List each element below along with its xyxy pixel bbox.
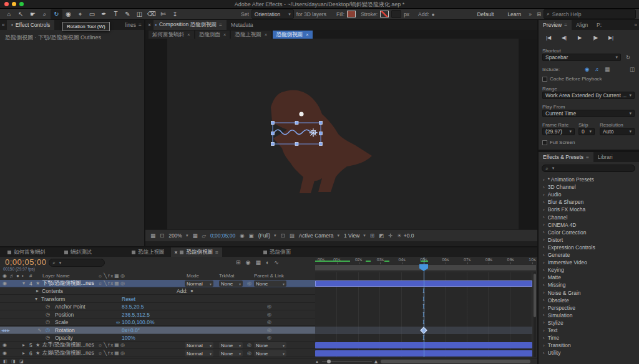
trkmat-dropdown[interactable]: None▾ bbox=[219, 280, 243, 287]
last-frame-button[interactable]: ▶| bbox=[605, 34, 617, 42]
chevron-right-icon[interactable]: › bbox=[543, 335, 545, 341]
effects-category[interactable]: ›Text bbox=[539, 327, 639, 334]
layer-switches[interactable]: ☼╲fx▦◎ bbox=[98, 350, 126, 357]
selection-tool-icon[interactable]: ↖ bbox=[15, 9, 27, 19]
tab-libraries[interactable]: Librari bbox=[593, 152, 617, 162]
visibility-icon[interactable]: ◉ bbox=[2, 342, 7, 348]
chevron-right-icon[interactable]: › bbox=[543, 177, 545, 183]
effects-category[interactable]: ›Channel bbox=[539, 214, 639, 221]
stopwatch-icon[interactable]: ◷ bbox=[46, 334, 50, 341]
scale-value[interactable]: 100.0,100.0% bbox=[122, 318, 154, 325]
viewer-tab[interactable]: 恐龍側視圖× bbox=[273, 31, 313, 39]
home-tool-icon[interactable]: ⌂ bbox=[3, 9, 15, 19]
panel-menu-icon[interactable]: ≡ bbox=[586, 154, 589, 160]
roto-brush-tool-icon[interactable]: ✄ bbox=[157, 9, 169, 19]
skip-dropdown[interactable]: 0▾ bbox=[578, 128, 595, 135]
anchor-point-value[interactable]: 83.5,20.5 bbox=[122, 303, 144, 310]
tab-effect-controls[interactable]: ▪ Effect Controls bbox=[7, 20, 55, 30]
stopwatch-icon[interactable]: ◷ bbox=[46, 311, 50, 318]
position-value[interactable]: 236.5,312.5 bbox=[122, 311, 150, 318]
disclosure-triangle-icon[interactable]: ▾ bbox=[35, 295, 37, 302]
effects-category[interactable]: ›* Animation Presets bbox=[539, 176, 639, 183]
stopwatch-icon-active[interactable]: ◷ bbox=[46, 327, 50, 333]
trkmat-dropdown[interactable]: None▾ bbox=[219, 350, 243, 357]
timeline-tab[interactable]: ×恐龍側視圖≡ bbox=[171, 247, 222, 257]
property-row-opacity[interactable]: ◷ Opacity 100% ◎ I bbox=[0, 334, 537, 342]
layer-name[interactable]: 下顎/恐龍側視圖...nes bbox=[42, 280, 94, 287]
brush-tool-icon[interactable]: ✎ bbox=[122, 9, 134, 19]
pickwhip-icon[interactable]: ◎ bbox=[247, 342, 251, 348]
full-screen-checkbox[interactable] bbox=[542, 140, 547, 145]
puppet-pin-tool-icon[interactable]: ↧ bbox=[169, 9, 181, 19]
show-channel-icon[interactable]: ▣ bbox=[249, 232, 254, 239]
hand-tool-icon[interactable]: ☛ bbox=[27, 9, 39, 19]
disclosure-triangle-icon[interactable]: ▸ bbox=[22, 350, 25, 357]
rotation-label[interactable]: Rotation bbox=[55, 327, 75, 333]
effects-category[interactable]: ›Color Correction bbox=[539, 229, 639, 236]
disclosure-triangle-icon[interactable]: ▾ bbox=[22, 280, 25, 287]
range-dropdown[interactable]: Work Area Extended By Current ...▾ bbox=[542, 92, 635, 99]
snapshot-icon[interactable]: ◉ bbox=[240, 232, 244, 239]
preview-resolution-dropdown[interactable]: Auto▾ bbox=[600, 128, 635, 135]
zoom-tool-icon[interactable]: ⌕ bbox=[39, 9, 51, 19]
include-overlays-icon[interactable]: ▦ bbox=[605, 66, 610, 72]
disclosure-triangle-icon[interactable]: ▸ bbox=[22, 342, 25, 348]
pickwhip-icon[interactable]: ◎ bbox=[267, 303, 271, 310]
play-from-dropdown[interactable]: Current Time▾ bbox=[542, 110, 635, 117]
parent-dropdown[interactable]: None▾ bbox=[254, 342, 286, 348]
current-time-button[interactable]: 0;00;05;00 bbox=[210, 232, 235, 239]
pan-behind-tool-icon[interactable]: ⌖ bbox=[74, 9, 86, 19]
timeline-tab[interactable]: 蝸斜測試 bbox=[61, 247, 95, 257]
chevron-right-icon[interactable]: › bbox=[543, 260, 545, 266]
blend-mode-dropdown[interactable]: Normal▾ bbox=[185, 342, 213, 348]
property-row-rotation[interactable]: ◀◆▶ ∿ ◷ Rotation 0x+0.0° ◎ bbox=[0, 327, 537, 334]
effects-category[interactable]: ›Immersive Video bbox=[539, 259, 639, 266]
viewer-tab[interactable]: 恐龍側面× bbox=[195, 31, 230, 39]
timeline-tab[interactable]: 如何當隻蝸斜 bbox=[4, 247, 49, 257]
pixel-aspect-icon[interactable]: ⊞ bbox=[370, 232, 374, 239]
chevron-right-icon[interactable]: › bbox=[543, 343, 545, 348]
workspace-default-button[interactable]: Default bbox=[477, 11, 494, 17]
effects-category[interactable]: ›Audio bbox=[539, 191, 639, 198]
chevron-right-icon[interactable]: › bbox=[543, 214, 545, 220]
chevron-right-icon[interactable]: › bbox=[543, 305, 545, 310]
shortcut-dropdown[interactable]: Spacebar▾ bbox=[542, 54, 621, 61]
mask-visibility-icon[interactable]: ▱ bbox=[202, 232, 206, 239]
pickwhip-icon[interactable]: ◎ bbox=[247, 280, 251, 287]
layer-row-5[interactable]: ◉ ▸ 5 ★ 左手/恐龍側視圖...nes ☼╲fx▦◎ Normal▾ No… bbox=[0, 342, 537, 349]
hide-shy-icon[interactable]: ◉ bbox=[246, 259, 251, 266]
effects-search-field[interactable]: ⌕ ▾ bbox=[542, 165, 635, 172]
composition-viewer[interactable] bbox=[145, 39, 537, 229]
camera-dropdown[interactable]: Active Camera▾ bbox=[299, 232, 339, 239]
disclosure-triangle-icon[interactable]: ▸ bbox=[36, 287, 39, 294]
chevron-right-icon[interactable]: › bbox=[543, 237, 545, 242]
parent-dropdown[interactable]: None▾ bbox=[254, 280, 286, 287]
chevron-right-icon[interactable]: › bbox=[543, 192, 545, 198]
include-video-icon[interactable]: ◉ bbox=[585, 66, 589, 72]
layer-name[interactable]: 左手/恐龍側視圖...nes bbox=[42, 342, 94, 348]
grid-guides-icon[interactable]: ▦ bbox=[192, 232, 197, 239]
help-search-field[interactable]: ⌕ Search Help bbox=[544, 9, 636, 19]
parent-dropdown[interactable]: None▾ bbox=[254, 350, 286, 357]
workspace-overflow-icon[interactable]: » bbox=[529, 11, 532, 17]
camera-tool-icon[interactable]: ◉ bbox=[62, 9, 74, 19]
tab-paragraph[interactable]: P: bbox=[592, 20, 606, 30]
rotation-value[interactable]: 0x+0.0° bbox=[122, 327, 140, 333]
expand-transfer-controls-icon[interactable]: ◨ bbox=[11, 358, 16, 364]
graph-toggle-icon[interactable]: ∿ bbox=[37, 327, 42, 333]
pickwhip-icon[interactable]: ◎ bbox=[267, 311, 271, 318]
chevron-right-icon[interactable]: › bbox=[543, 229, 545, 235]
main-viewer-icon[interactable]: ⊡ bbox=[160, 232, 164, 239]
effects-category[interactable]: ›Keying bbox=[539, 266, 639, 274]
next-frame-button[interactable]: |▶ bbox=[589, 34, 602, 42]
type-tool-icon[interactable]: T bbox=[110, 9, 122, 19]
effects-category[interactable]: ›Expression Controls bbox=[539, 244, 639, 251]
timeline-vertical-scrollbar[interactable] bbox=[534, 272, 536, 357]
layer-row-6[interactable]: ◉ ▸ 6 ★ 左腳/恐龍側視圖...nes ☼╲fx▦◎ Normal▾ No… bbox=[0, 350, 537, 357]
tab-overflow-icon[interactable]: » bbox=[634, 22, 637, 28]
effects-category[interactable]: ›Missing bbox=[539, 281, 639, 289]
contents-label[interactable]: Contents bbox=[42, 287, 63, 294]
close-icon[interactable]: × bbox=[187, 32, 190, 37]
effects-category[interactable]: ›Perspective bbox=[539, 304, 639, 312]
orientation-dropdown[interactable]: Orientation▾ bbox=[251, 9, 294, 19]
